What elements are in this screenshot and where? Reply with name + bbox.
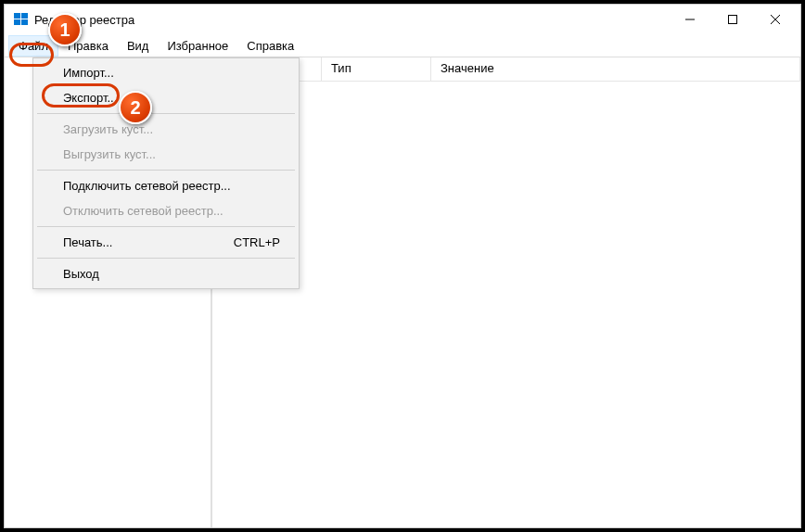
menu-connect-network[interactable]: Подключить сетевой реестр...	[35, 173, 297, 198]
menu-view[interactable]: Вид	[118, 36, 159, 56]
svg-rect-2	[14, 19, 20, 25]
menu-exit[interactable]: Выход	[35, 261, 297, 286]
app-window: Редактор реестра Файл Правка Вид Избранн…	[4, 4, 801, 528]
list-header: Имя Тип Значение	[212, 57, 800, 82]
file-dropdown: Импорт... Экспорт... Загрузить куст... В…	[32, 57, 300, 289]
column-value[interactable]: Значение	[431, 57, 800, 81]
menu-unload-hive: Выгрузить куст...	[35, 142, 297, 167]
svg-rect-1	[21, 13, 28, 19]
separator	[37, 226, 295, 227]
svg-rect-0	[14, 13, 20, 19]
titlebar: Редактор реестра	[5, 5, 800, 34]
annotation-badge-2: 2	[119, 91, 152, 124]
menu-print[interactable]: Печать... CTRL+P	[35, 230, 297, 255]
separator	[37, 258, 295, 259]
svg-rect-5	[729, 16, 737, 24]
separator	[37, 113, 295, 114]
menu-load-hive: Загрузить куст...	[35, 117, 297, 142]
column-type[interactable]: Тип	[322, 57, 431, 81]
menu-export[interactable]: Экспорт...	[35, 85, 297, 110]
shortcut-label: CTRL+P	[234, 235, 280, 249]
menu-import[interactable]: Импорт...	[35, 60, 297, 85]
minimize-button[interactable]	[669, 5, 711, 34]
app-icon	[14, 12, 29, 27]
content-area: Имя Тип Значение Импорт... Экспорт... За…	[5, 57, 800, 527]
menu-disconnect-network: Отключить сетевой реестр...	[35, 198, 297, 223]
svg-rect-3	[21, 19, 28, 25]
separator	[37, 170, 295, 171]
close-button[interactable]	[754, 5, 797, 34]
maximize-button[interactable]	[711, 5, 754, 34]
menubar: Файл Правка Вид Избранное Справка	[5, 34, 800, 57]
annotation-badge-1: 1	[48, 13, 82, 46]
menu-favorites[interactable]: Избранное	[158, 36, 237, 56]
menu-help[interactable]: Справка	[237, 36, 303, 56]
list-panel: Имя Тип Значение	[212, 57, 800, 527]
